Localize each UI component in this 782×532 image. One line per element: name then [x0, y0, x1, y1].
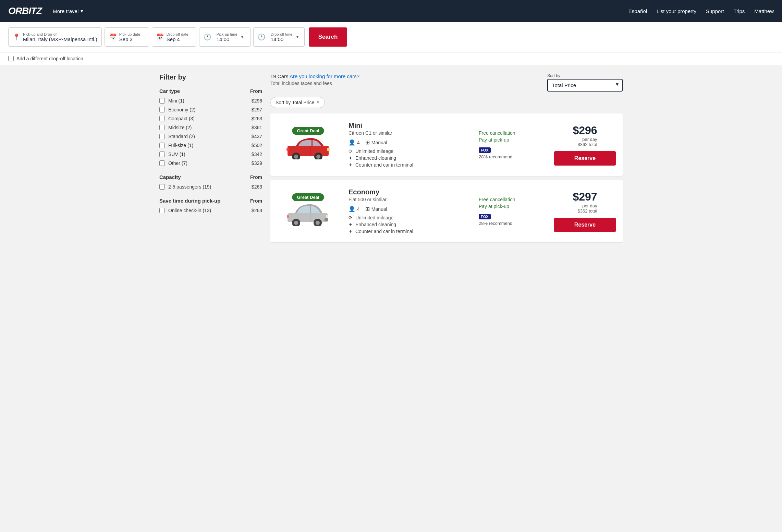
gear-icon-economy: ⊞	[365, 206, 370, 212]
chevron-down-icon: ▾	[81, 8, 83, 14]
dropoff-date-field[interactable]: 📅 Drop-off date Sep 4	[152, 27, 196, 47]
results-fees: Total includes taxes and fees	[270, 81, 359, 86]
more-travel-menu[interactable]: More travel ▾	[53, 8, 83, 14]
svg-point-4	[316, 155, 320, 159]
car-type-compact-checkbox[interactable]	[159, 116, 165, 121]
feature-terminal-mini: Counter and car in terminal	[355, 162, 413, 168]
car-type-midsize-price: $361	[252, 125, 262, 130]
pickup-time-field[interactable]: 🕐 Pick-up time 14:00 ▾	[199, 27, 251, 47]
nav-support[interactable]: Support	[706, 8, 724, 14]
nav-list-property[interactable]: List your property	[657, 8, 696, 14]
pickup-location-field[interactable]: 📍 Pick-up and Drop-off Milan, Italy (MXP…	[8, 27, 102, 47]
car-type-other-checkbox[interactable]	[159, 160, 165, 166]
pickup-time-content: Pick-up time 14:00	[217, 32, 237, 42]
navigation: ORBITZ More travel ▾ Español List your p…	[0, 0, 782, 22]
pay-at-pickup-economy: Pay at pick-up	[479, 204, 542, 209]
different-dropoff-label[interactable]: Add a different drop-off location	[16, 56, 83, 61]
sidebar-filters: Filter by Car type From Mini (1) $296 Ec…	[159, 73, 262, 246]
passenger-count-economy: 4	[357, 206, 360, 212]
pickup-time-label: Pick-up time	[217, 32, 237, 36]
mileage-icon: ⟳	[349, 148, 353, 154]
svg-rect-6	[327, 148, 330, 151]
car-type-suv-checkbox[interactable]	[159, 152, 165, 157]
remove-filter-icon[interactable]: ×	[316, 99, 319, 106]
orbitz-logo[interactable]: ORBITZ	[8, 5, 42, 16]
save-time-from: From	[250, 198, 262, 204]
car-type-suv-price: $342	[252, 152, 262, 157]
vendor-recommend-mini: 28% recommend	[479, 154, 542, 159]
car-type-midsize: Midsize (2) $361	[159, 125, 262, 130]
car-type-midsize-checkbox[interactable]	[159, 125, 165, 130]
save-time-title: Save time during pick-up	[159, 198, 220, 204]
nav-espanol[interactable]: Español	[628, 8, 647, 14]
terminal-icon-economy: ✈	[349, 229, 353, 234]
car-type-standard-checkbox[interactable]	[159, 134, 165, 139]
svg-rect-7	[286, 148, 289, 151]
passenger-count-mini: 4	[357, 140, 360, 145]
car-type-fullsize: Full-size (1) $502	[159, 143, 262, 148]
pickup-location-content: Pick-up and Drop-off Milan, Italy (MXP-M…	[23, 32, 97, 42]
transmission-mini: Manual	[371, 140, 387, 145]
svg-point-10	[294, 221, 298, 225]
more-cars-link[interactable]: Are you looking for more cars?	[290, 73, 359, 79]
reserve-button-economy[interactable]: Reserve	[554, 218, 616, 232]
car-type-compact-label: Compact (3)	[168, 116, 195, 121]
more-travel-label: More travel	[53, 8, 78, 14]
save-time-checkin-checkbox[interactable]	[159, 208, 165, 213]
car-spec-transmission-economy: ⊞ Manual	[365, 206, 387, 212]
car-type-compact: Compact (3) $263	[159, 116, 262, 121]
nav-user[interactable]: Matthew	[754, 8, 774, 14]
car-type-other-price: $329	[252, 160, 262, 166]
dropoff-date-content: Drop-off date Sep 4	[167, 32, 188, 42]
car-type-economy-checkbox[interactable]	[159, 107, 165, 112]
main-container: Filter by Car type From Mini (1) $296 Ec…	[151, 65, 631, 255]
car-details-mini: Mini Citroen C1 or similar 👤 4 ⊞ Manual …	[346, 122, 472, 168]
results-header: 19 Cars Are you looking for more cars? T…	[270, 73, 623, 92]
pickup-date-field[interactable]: 📅 Pick-up date Sep 3	[105, 27, 149, 47]
nav-trips[interactable]: Trips	[734, 8, 745, 14]
price-main-mini: $296	[573, 124, 597, 137]
car-name-mini: Mini	[349, 122, 472, 130]
feature-mileage-economy: Unlimited mileage	[355, 215, 393, 220]
active-filters: Sort by Total Price ×	[270, 97, 623, 108]
car-type-mini-checkbox[interactable]	[159, 98, 165, 104]
svg-point-2	[294, 155, 298, 159]
sort-wrapper: Sort by Total Price Daily Price Car Type	[547, 73, 623, 92]
save-time-checkin-price: $263	[252, 208, 262, 213]
car-type-from: From	[250, 88, 262, 94]
pickup-date-label: Pick-up date	[119, 32, 140, 36]
mileage-icon-economy: ⟳	[349, 215, 353, 220]
car-type-fullsize-checkbox[interactable]	[159, 143, 165, 148]
results-panel: 19 Cars Are you looking for more cars? T…	[270, 73, 623, 246]
feature-cleaning-mini: Enhanced cleaning	[355, 155, 396, 161]
gear-icon: ⊞	[365, 139, 370, 146]
capacity-2-5-checkbox[interactable]	[159, 184, 165, 190]
capacity-2-5-label: 2-5 passengers (19)	[168, 184, 211, 190]
reserve-button-mini[interactable]: Reserve	[554, 151, 616, 166]
car-type-standard: Standard (2) $437	[159, 134, 262, 139]
dropoff-time-field[interactable]: 🕐 Drop-off time 14:00 ▾	[253, 27, 305, 47]
vendor-badge-mini: FOX	[479, 147, 491, 153]
different-dropoff-checkbox[interactable]	[8, 56, 14, 61]
calendar-icon-pickup: 📅	[109, 33, 117, 41]
car-type-standard-label: Standard (2)	[168, 134, 195, 139]
sort-select[interactable]: Total Price Daily Price Car Type	[547, 79, 623, 92]
car-type-economy-label: Economy (2)	[168, 107, 195, 112]
capacity-2-5: 2-5 passengers (19) $263	[159, 184, 262, 190]
car-cancellation-economy: Free cancellation Pay at pick-up FOX 28%…	[479, 197, 547, 226]
search-button[interactable]: Search	[309, 27, 347, 47]
sort-filter-tag[interactable]: Sort by Total Price ×	[270, 97, 325, 108]
save-time-checkin: Online check-in (13) $263	[159, 208, 262, 213]
dropoff-time-chevron: ▾	[296, 35, 298, 39]
filter-by-title: Filter by	[159, 73, 262, 81]
capacity-filter: Capacity From 2-5 passengers (19) $263	[159, 174, 262, 190]
car-type-other-label: Other (7)	[168, 160, 187, 166]
nav-right-links: Español List your property Support Trips…	[628, 8, 774, 14]
pickup-time-chevron: ▾	[241, 35, 243, 39]
car-type-fullsize-label: Full-size (1)	[168, 143, 193, 148]
results-count-number: 19 Cars	[270, 73, 289, 79]
car-spec-passengers-mini: 👤 4	[349, 139, 360, 146]
clock-icon-dropoff: 🕐	[258, 33, 265, 41]
cleaning-icon: ✦	[349, 155, 353, 161]
svg-point-12	[316, 221, 320, 225]
